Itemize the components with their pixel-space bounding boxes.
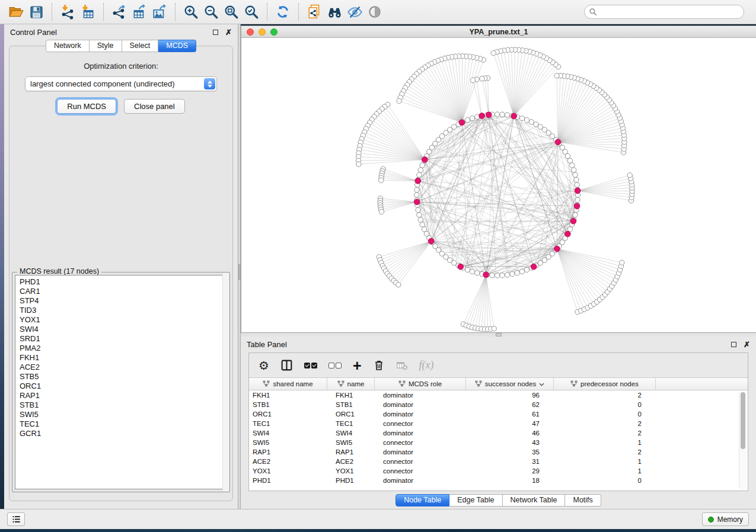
toolbar-separator xyxy=(267,3,267,21)
mcds-result-item[interactable]: PHD1 xyxy=(20,277,227,287)
close-panel-icon[interactable]: ✗ xyxy=(744,341,750,348)
column-header-name[interactable]: name xyxy=(327,378,375,390)
unselect-all-icon[interactable] xyxy=(328,363,342,368)
task-history-button[interactable] xyxy=(7,512,25,526)
mcds-result-item[interactable]: PMA2 xyxy=(20,344,227,353)
export-image-icon[interactable] xyxy=(149,2,170,21)
zoom-out-icon[interactable] xyxy=(201,2,221,21)
zoom-selected-icon[interactable] xyxy=(241,2,261,21)
tab-network-table[interactable]: Network Table xyxy=(503,494,566,507)
network-window-titlebar[interactable]: YPA_prune.txt_1 xyxy=(241,26,756,38)
tab-edge-table[interactable]: Edge Table xyxy=(449,494,502,507)
cell-name: PHD1 xyxy=(327,477,375,484)
mcds-result-item[interactable]: STP4 xyxy=(20,296,227,306)
columns-icon[interactable] xyxy=(280,359,293,371)
table-row[interactable]: FKH1FKH1dominator962 xyxy=(249,390,748,400)
table-row[interactable]: YOX1YOX1connector291 xyxy=(249,466,748,476)
tab-mcds[interactable]: MCDS xyxy=(158,40,196,52)
criterion-select[interactable]: largest connected component (undirected) xyxy=(25,76,217,91)
binoculars-icon[interactable] xyxy=(324,2,344,21)
column-header-successor-nodes[interactable]: successor nodes xyxy=(466,378,554,390)
column-header-MCDS-role[interactable]: MCDS role xyxy=(375,378,466,390)
tab-motifs[interactable]: Motifs xyxy=(565,494,601,507)
tab-network[interactable]: Network xyxy=(46,40,90,52)
splitter-grip[interactable] xyxy=(496,333,502,336)
mcds-result-item[interactable]: TEC1 xyxy=(20,419,227,429)
hide-selection-icon[interactable] xyxy=(344,2,365,21)
import-network-icon[interactable] xyxy=(58,2,78,21)
cell-predecessor-nodes: 2 xyxy=(554,448,656,456)
tab-style[interactable]: Style xyxy=(90,40,122,52)
mcds-result-item[interactable]: STB5 xyxy=(20,372,227,382)
mcds-result-item[interactable]: GCR1 xyxy=(20,429,227,438)
search-icon xyxy=(589,8,597,18)
open-folder-icon[interactable] xyxy=(6,2,26,21)
show-all-icon[interactable] xyxy=(365,2,385,21)
tab-select[interactable]: Select xyxy=(122,40,159,52)
mcds-result-item[interactable]: FKH1 xyxy=(20,353,227,363)
save-icon[interactable] xyxy=(26,2,46,21)
table-row[interactable]: ORC1ORC1dominator610 xyxy=(249,409,748,419)
close-panel-button[interactable]: Close panel xyxy=(124,99,185,114)
mcds-result-item[interactable]: TID3 xyxy=(20,306,227,315)
mcds-result-item[interactable]: STB1 xyxy=(20,400,227,410)
refresh-icon[interactable] xyxy=(273,2,293,21)
table-row[interactable]: TEC1TEC1connector472 xyxy=(249,419,748,428)
table-row[interactable]: PHD1PHD1dominator180 xyxy=(249,476,748,485)
tab-node-table[interactable]: Node Table xyxy=(395,494,449,507)
export-table-icon[interactable] xyxy=(129,2,149,21)
delete-icon[interactable] xyxy=(373,359,385,371)
export-network-icon[interactable] xyxy=(109,2,129,21)
add-icon[interactable]: + xyxy=(353,360,362,371)
select-all-icon[interactable] xyxy=(304,363,317,368)
import-table-icon[interactable] xyxy=(78,2,98,21)
column-header-shared-name[interactable]: shared name xyxy=(249,378,327,390)
table-row[interactable]: ACE2ACE2connector311 xyxy=(249,457,748,466)
maximize-window-icon[interactable] xyxy=(270,28,277,36)
cell-name: SWI4 xyxy=(327,430,375,437)
float-window-icon[interactable] xyxy=(731,342,736,347)
clone-network-icon[interactable] xyxy=(304,2,324,21)
search-input[interactable] xyxy=(584,5,744,19)
close-panel-icon[interactable]: ✗ xyxy=(225,28,232,36)
scrollbar-thumb[interactable] xyxy=(741,392,745,449)
cell-MCDS-role: connector xyxy=(375,458,466,465)
mcds-result-item[interactable]: CAR1 xyxy=(20,287,227,296)
column-header-predecessor-nodes[interactable]: predecessor nodes xyxy=(554,378,656,390)
close-window-icon[interactable] xyxy=(247,28,254,36)
mcds-list-scrollbar[interactable] xyxy=(222,273,229,491)
table-row[interactable]: SWI5SWI5connector431 xyxy=(249,438,748,447)
memory-button[interactable]: Memory xyxy=(702,512,749,526)
horizontal-splitter[interactable] xyxy=(241,333,756,336)
table-row[interactable]: SWI4SWI4dominator462 xyxy=(249,428,748,438)
zoom-fit-icon[interactable] xyxy=(221,2,241,21)
vertical-splitter[interactable] xyxy=(238,24,241,509)
run-mcds-button[interactable]: Run MCDS xyxy=(57,99,116,114)
select-stepper-icon xyxy=(204,78,215,89)
zoom-in-icon[interactable] xyxy=(181,2,201,21)
table-row[interactable]: RAP1RAP1dominator352 xyxy=(249,447,748,457)
mcds-result-item[interactable]: SWI4 xyxy=(20,325,227,334)
mcds-result-item[interactable]: RAP1 xyxy=(20,391,227,400)
network-graph[interactable] xyxy=(241,38,756,332)
table-row[interactable]: STB1STB1dominator620 xyxy=(249,400,748,409)
optimization-criterion-label: Optimization criterion: xyxy=(9,62,232,70)
cell-MCDS-role: dominator xyxy=(375,430,466,437)
mcds-result-item[interactable]: SWI5 xyxy=(20,410,227,419)
mcds-result-list[interactable]: PHD1CAR1STP4TID3YOX1SWI4SRD1PMA2FKH1ACE2… xyxy=(15,275,227,489)
table-body: FKH1FKH1dominator962STB1STB1dominator620… xyxy=(249,390,748,491)
splitter-grip[interactable] xyxy=(238,264,240,280)
gear-icon[interactable]: ⚙ xyxy=(259,360,269,371)
table-scrollbar[interactable] xyxy=(739,391,747,489)
mcds-result-title: MCDS result (17 nodes) xyxy=(17,267,101,275)
toolbar-separator xyxy=(175,3,176,21)
float-window-icon[interactable] xyxy=(213,30,218,35)
mcds-result-item[interactable]: SRD1 xyxy=(20,334,227,344)
sort-chevron-icon xyxy=(539,380,544,387)
minimize-window-icon[interactable] xyxy=(259,28,266,36)
mcds-result-item[interactable]: YOX1 xyxy=(20,315,227,325)
network-canvas[interactable] xyxy=(241,38,756,332)
mcds-result-item[interactable]: ACE2 xyxy=(20,363,227,372)
table-panel-titlebar: Table Panel ✗ xyxy=(241,336,756,352)
mcds-result-item[interactable]: ORC1 xyxy=(20,382,227,391)
